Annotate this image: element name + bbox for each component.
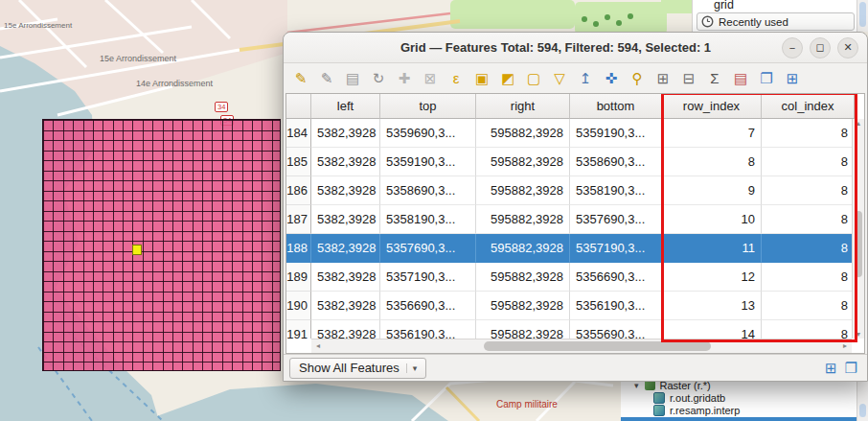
cell-right[interactable]: 595882,3928 xyxy=(476,119,570,148)
multi-edit-icon[interactable]: ✎ xyxy=(315,67,338,89)
cell-row_index[interactable]: 10 xyxy=(662,205,762,234)
row-number[interactable]: 184 xyxy=(286,119,311,148)
cell-left[interactable]: 5382,3928 xyxy=(311,148,380,176)
panel-scrollbar[interactable] xyxy=(857,0,868,32)
toolbox-algorithm-item[interactable]: r.out.gridatb xyxy=(621,391,857,404)
vector-grid-layer[interactable] xyxy=(42,119,281,371)
cell-top[interactable]: 5356190,3... xyxy=(380,320,476,339)
cell-left[interactable]: 5382,3928 xyxy=(311,205,380,234)
cell-top[interactable]: 5358690,3... xyxy=(380,176,476,205)
cell-bottom[interactable]: 5359190,3... xyxy=(570,119,662,148)
toolbox-selected-row-partial[interactable] xyxy=(621,417,857,421)
reload-icon[interactable]: ↻ xyxy=(367,67,390,89)
table-row[interactable]: 1855382,39285359190,3...595882,392853586… xyxy=(286,148,852,176)
cell-bottom[interactable]: 5356190,3... xyxy=(570,292,662,320)
cell-col_index[interactable]: 8 xyxy=(762,263,852,292)
table-view-icon[interactable]: ⊞ xyxy=(825,360,837,377)
column-header-bottom[interactable]: bottom xyxy=(570,94,662,119)
invert-selection-icon[interactable]: ◩ xyxy=(496,67,519,89)
close-button[interactable]: ✕ xyxy=(837,37,858,58)
cell-col_index[interactable]: 8 xyxy=(762,320,852,339)
cell-bottom[interactable]: 5355690,3... xyxy=(570,320,662,339)
toolbox-recently-used-group[interactable]: Recently used xyxy=(697,12,855,31)
cell-left[interactable]: 5382,3928 xyxy=(311,320,380,339)
cell-right[interactable]: 595882,3928 xyxy=(476,176,570,205)
cell-row_index[interactable]: 14 xyxy=(662,320,762,339)
column-header-col_index[interactable]: col_index xyxy=(762,94,855,119)
save-edits-icon[interactable]: ▤ xyxy=(341,67,364,89)
selected-grid-cell[interactable] xyxy=(132,245,142,255)
feature-filter-button[interactable]: Show All Features ▾ xyxy=(289,358,426,379)
field-calculator-icon[interactable]: Σ xyxy=(703,67,726,89)
select-all-icon[interactable]: ▣ xyxy=(470,67,493,89)
cell-bottom[interactable]: 5358690,3... xyxy=(570,148,662,176)
toolbox-search-input[interactable]: grid xyxy=(714,0,734,12)
cell-bottom[interactable]: 5357690,3... xyxy=(570,205,662,234)
cell-top[interactable]: 5359690,3... xyxy=(380,119,476,148)
row-number[interactable]: 186 xyxy=(286,176,311,205)
select-by-expression-icon[interactable]: ε xyxy=(445,67,468,89)
delete-field-icon[interactable]: ⊟ xyxy=(677,67,700,89)
row-number[interactable]: 190 xyxy=(286,292,311,320)
cell-left[interactable]: 5382,3928 xyxy=(311,119,380,148)
row-number[interactable]: 191 xyxy=(286,320,311,339)
cell-right[interactable]: 595882,3928 xyxy=(476,263,570,292)
cell-row_index[interactable]: 8 xyxy=(662,148,762,176)
zoom-to-selection-icon[interactable]: ⚲ xyxy=(626,67,649,89)
table-row[interactable]: 1915382,39285356190,3...595882,392853556… xyxy=(286,320,852,339)
row-number[interactable]: 188 xyxy=(286,234,311,263)
table-row[interactable]: 1875382,39285358190,3...595882,392853576… xyxy=(286,205,852,234)
table-row[interactable]: 1885382,39285357690,3...595882,392853571… xyxy=(286,234,852,263)
delete-selected-icon[interactable]: ⊠ xyxy=(419,67,442,89)
deselect-all-icon[interactable]: ▢ xyxy=(522,67,545,89)
new-field-icon[interactable]: ⊞ xyxy=(651,67,674,89)
conditional-formatting-icon[interactable]: ▤ xyxy=(729,67,752,89)
cell-left[interactable]: 5382,3928 xyxy=(311,176,380,205)
cell-top[interactable]: 5359190,3... xyxy=(380,148,476,176)
cell-bottom[interactable]: 5358190,3... xyxy=(570,176,662,205)
cell-right[interactable]: 595882,3928 xyxy=(476,234,570,263)
cell-col_index[interactable]: 8 xyxy=(762,292,852,320)
toggle-editing-icon[interactable]: ✎ xyxy=(289,67,312,89)
column-header-row_index[interactable]: row_index xyxy=(662,94,762,119)
cell-left[interactable]: 5382,3928 xyxy=(311,234,380,263)
maximize-button[interactable]: ◻ xyxy=(810,37,831,58)
cell-top[interactable]: 5357190,3... xyxy=(380,263,476,292)
filter-form-icon[interactable]: ▽ xyxy=(548,67,571,89)
cell-col_index[interactable]: 8 xyxy=(762,148,852,176)
cell-top[interactable]: 5356690,3... xyxy=(380,292,476,320)
cell-right[interactable]: 595882,3928 xyxy=(476,148,570,176)
cell-row_index[interactable]: 12 xyxy=(662,263,762,292)
column-header-left[interactable]: left xyxy=(311,94,380,119)
row-number[interactable]: 189 xyxy=(286,263,311,292)
cell-row_index[interactable]: 7 xyxy=(662,119,762,148)
cell-right[interactable]: 595882,3928 xyxy=(476,320,570,339)
row-number[interactable]: 185 xyxy=(286,148,311,176)
cell-col_index[interactable]: 8 xyxy=(762,205,852,234)
cell-col_index[interactable]: 8 xyxy=(762,119,852,148)
cell-top[interactable]: 5358190,3... xyxy=(380,205,476,234)
table-row[interactable]: 1865382,39285358690,3...595882,392853581… xyxy=(286,176,852,205)
table-row[interactable]: 1845382,39285359690,3...595882,392853591… xyxy=(286,119,852,148)
dialog-titlebar[interactable]: Grid — Features Total: 594, Filtered: 59… xyxy=(284,33,867,63)
table-row[interactable]: 1895382,39285357190,3...595882,392853566… xyxy=(286,263,852,292)
cell-left[interactable]: 5382,3928 xyxy=(311,292,380,320)
pan-to-selection-icon[interactable]: ✜ xyxy=(600,67,623,89)
table-row[interactable]: 1905382,39285356690,3...595882,392853561… xyxy=(286,292,852,320)
cell-right[interactable]: 595882,3928 xyxy=(476,292,570,320)
cell-row_index[interactable]: 13 xyxy=(662,292,762,320)
table-corner-cell[interactable] xyxy=(286,94,311,119)
panel-view-icon[interactable]: ⊞ xyxy=(781,67,804,89)
form-view-icon[interactable]: ❐ xyxy=(845,360,857,377)
horizontal-scrollbar[interactable]: ◂ ▸ xyxy=(311,339,852,353)
cell-left[interactable]: 5382,3928 xyxy=(311,263,380,292)
cell-bottom[interactable]: 5356690,3... xyxy=(570,263,662,292)
cell-row_index[interactable]: 9 xyxy=(662,176,762,205)
move-selection-top-icon[interactable]: ↥ xyxy=(574,67,597,89)
row-number[interactable]: 187 xyxy=(286,205,311,234)
column-header-right[interactable]: right xyxy=(476,94,570,119)
vertical-scrollbar[interactable]: ▲ ▼ xyxy=(852,119,864,339)
add-feature-icon[interactable]: ✚ xyxy=(393,67,416,89)
cell-row_index[interactable]: 11 xyxy=(662,234,762,263)
dock-table-icon[interactable]: ❐ xyxy=(755,67,778,89)
